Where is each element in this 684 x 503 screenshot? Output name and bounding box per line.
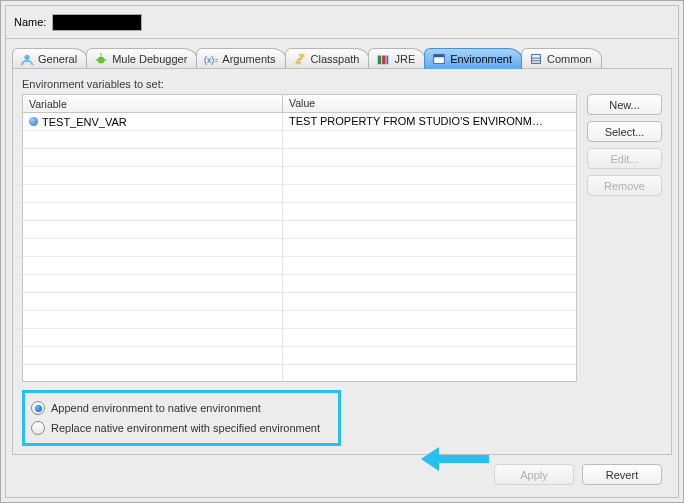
tab-label: Environment [450,53,512,65]
table-row [23,185,576,203]
tab-label: Mule Debugger [112,53,187,65]
bug-icon [94,52,108,66]
svg-rect-6 [299,54,304,58]
jre-icon [376,52,390,66]
name-input[interactable] [52,14,142,31]
edit-button: Edit... [587,148,662,169]
radio-replace-row[interactable]: Replace native environment with specifie… [31,418,320,438]
dialog-frame: Name: General Mule Debugger (x)= Argumen… [0,0,684,503]
dialog-inner: Name: General Mule Debugger (x)= Argumen… [5,5,679,498]
tab-label: Classpath [311,53,360,65]
table-row[interactable]: TEST_ENV_VAR TEST PROPERTY FROM STUDIO'S… [23,113,576,131]
select-button[interactable]: Select... [587,121,662,142]
table-wrap: Variable Value TEST_ENV_VAR TEST PROPERT… [22,94,662,382]
tab-label: Arguments [222,53,275,65]
tab-arguments[interactable]: (x)= Arguments [196,48,285,69]
table-row [23,257,576,275]
svg-rect-8 [378,56,382,65]
tab-label: Common [547,53,592,65]
table-row [23,149,576,167]
svg-point-1 [98,56,105,63]
tab-label: JRE [394,53,415,65]
general-icon [20,52,34,66]
tab-jre[interactable]: JRE [368,48,425,69]
new-button[interactable]: New... [587,94,662,115]
env-mode-radios: Append environment to native environment… [22,390,341,446]
table-row [23,275,576,293]
tab-label: General [38,53,77,65]
table-row [23,239,576,257]
radio-replace[interactable] [31,421,45,435]
tab-general[interactable]: General [12,48,87,69]
table-row [23,293,576,311]
svg-rect-13 [532,55,541,64]
cell-value: TEST PROPERTY FROM STUDIO'S ENVIRONM… [283,113,576,130]
apply-button: Apply [494,464,574,485]
footer-buttons: Apply Revert [494,464,662,485]
environment-panel: Environment variables to set: Variable V… [12,68,672,455]
common-icon [529,52,543,66]
radio-append-label: Append environment to native environment [51,402,261,414]
radio-append-row[interactable]: Append environment to native environment [31,398,320,418]
table-row [23,365,576,382]
table-row [23,221,576,239]
table-row [23,347,576,365]
name-row: Name: [6,6,678,38]
remove-button: Remove [587,175,662,196]
table-row [23,311,576,329]
revert-button[interactable]: Revert [582,464,662,485]
button-column: New... Select... Edit... Remove [587,94,662,382]
radio-replace-label: Replace native environment with specifie… [51,422,320,434]
table-row [23,203,576,221]
tab-classpath[interactable]: Classpath [285,48,370,69]
col-value[interactable]: Value [283,95,576,112]
svg-rect-12 [434,55,445,58]
svg-rect-9 [383,56,387,65]
table-row [23,167,576,185]
radio-append[interactable] [31,401,45,415]
table-row [23,329,576,347]
arguments-icon: (x)= [204,52,218,66]
svg-text:(x)=: (x)= [204,55,218,65]
variable-dot-icon [29,117,38,126]
cell-variable: TEST_ENV_VAR [23,113,283,130]
svg-point-0 [24,55,29,60]
tab-mule-debugger[interactable]: Mule Debugger [86,48,197,69]
svg-rect-7 [295,61,300,65]
tab-environment[interactable]: Environment [424,48,522,69]
table-row [23,131,576,149]
environment-icon [432,52,446,66]
panel-title: Environment variables to set: [22,78,662,90]
col-variable[interactable]: Variable [23,95,283,112]
svg-rect-10 [387,56,389,65]
classpath-icon [293,52,307,66]
table-header: Variable Value [23,95,576,113]
name-label: Name: [14,16,46,28]
tab-bar: General Mule Debugger (x)= Arguments Cla… [6,39,678,69]
cell-variable-text: TEST_ENV_VAR [42,116,127,128]
tab-common[interactable]: Common [521,48,602,69]
env-table[interactable]: Variable Value TEST_ENV_VAR TEST PROPERT… [22,94,577,382]
